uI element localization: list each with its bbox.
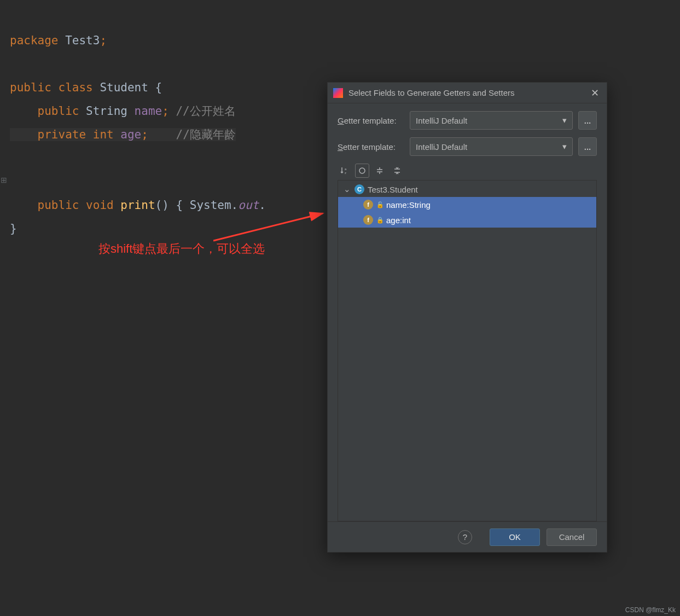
kw-public: public (38, 104, 79, 118)
expand-all-icon[interactable] (373, 164, 387, 178)
tree-class-label: Test3.Student (368, 185, 418, 194)
unlock-icon: 🔓 (376, 201, 383, 208)
annotation-text-1: 按shift键点最后一个，可以全选 (98, 241, 265, 257)
indent (10, 199, 38, 212)
field-name: name (135, 104, 162, 118)
semicolon: ; (141, 128, 148, 141)
dialog-footer: ? OK Cancel (328, 521, 607, 552)
svg-point-4 (359, 168, 365, 173)
dialog-title: Select Fields to Generate Getters and Se… (348, 88, 515, 97)
dialog-body: Getter template: IntelliJ Default ... Se… (328, 103, 607, 521)
ok-button[interactable]: OK (490, 528, 540, 546)
indent (10, 128, 38, 141)
generate-getters-setters-dialog: Select Fields to Generate Getters and Se… (327, 82, 607, 553)
tree-field-label: age:int (386, 216, 411, 225)
tree-toolbar: az (338, 164, 597, 178)
class-name: Student (93, 81, 155, 94)
out: out (238, 199, 259, 212)
brace-open: { (155, 81, 162, 94)
tree-field-row[interactable]: f 🔓 name:String (338, 197, 596, 212)
chevron-down-icon[interactable]: ⌄ (344, 184, 351, 194)
show-as-list-icon[interactable] (355, 164, 369, 178)
pkg-name: Test3 (59, 34, 100, 47)
setter-template-row: Setter template: IntelliJ Default ... (338, 137, 597, 156)
system: System. (190, 199, 239, 212)
parens: () (155, 199, 169, 212)
comment: //隐藏年龄 (176, 128, 235, 141)
kw-public: public (38, 199, 79, 212)
dialog-titlebar[interactable]: Select Fields to Generate Getters and Se… (328, 83, 607, 103)
getter-template-more-button[interactable]: ... (578, 111, 597, 130)
brace-close: } (10, 222, 17, 235)
type-string: String (79, 104, 134, 118)
sort-alpha-icon[interactable]: az (338, 164, 352, 178)
svg-text:z: z (345, 171, 346, 175)
field-icon: f (363, 200, 373, 210)
intellij-logo-icon (333, 88, 343, 98)
kw-void: void (86, 199, 114, 212)
type-int: int (86, 128, 120, 141)
method-print: print (114, 199, 155, 212)
class-icon: C (354, 184, 364, 194)
setter-template-more-button[interactable]: ... (578, 137, 597, 156)
comment: //公开姓名 (169, 104, 236, 118)
field-icon: f (363, 215, 373, 225)
dot: . (259, 199, 266, 212)
cancel-button[interactable]: Cancel (547, 528, 597, 546)
setter-template-label: Setter template: (338, 142, 404, 152)
tree-field-row[interactable]: f 🔒 age:int (338, 212, 596, 228)
svg-text:a: a (345, 167, 347, 171)
spacer (148, 128, 176, 141)
kw-private: private (38, 128, 86, 141)
close-icon[interactable]: ✕ (588, 87, 601, 99)
getter-template-combo[interactable]: IntelliJ Default (410, 111, 573, 130)
brace: { (169, 199, 190, 212)
getter-template-label: Getter template: (338, 116, 404, 125)
setter-template-value: IntelliJ Default (416, 142, 467, 152)
collapse-all-icon[interactable] (390, 164, 404, 178)
fields-tree[interactable]: ⌄ C Test3.Student f 🔓 name:String f 🔒 ag… (338, 180, 597, 521)
gutter-expand-icon[interactable]: ⊞ (0, 176, 8, 184)
kw-public: public (10, 81, 51, 94)
tree-field-label: name:String (386, 200, 431, 210)
tree-class-row[interactable]: ⌄ C Test3.Student (338, 182, 596, 197)
help-button[interactable]: ? (458, 530, 472, 544)
field-age: age (120, 128, 141, 141)
lock-icon: 🔒 (376, 217, 383, 223)
kw-class: class (59, 81, 93, 94)
watermark: CSDN @flmz_Kk (625, 606, 676, 614)
indent (10, 104, 38, 118)
semicolon: ; (162, 104, 169, 118)
setter-template-combo[interactable]: IntelliJ Default (410, 137, 573, 156)
semicolon: ; (100, 34, 107, 47)
getter-template-value: IntelliJ Default (416, 116, 467, 125)
kw-package: package (10, 34, 59, 47)
getter-template-row: Getter template: IntelliJ Default ... (338, 111, 597, 130)
